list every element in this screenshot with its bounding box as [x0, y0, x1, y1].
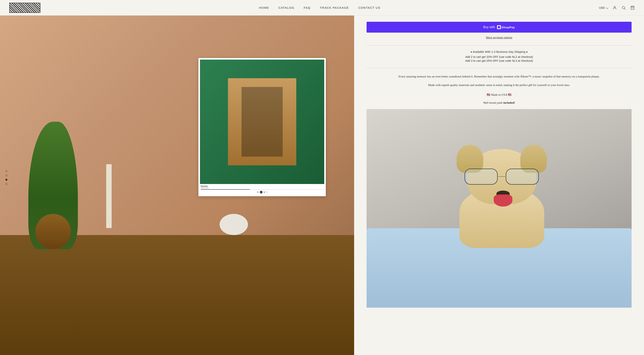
- buy-with-label: Buy with: [483, 26, 495, 29]
- nav-home[interactable]: HOME: [259, 6, 269, 9]
- shopify-pay-button[interactable]: Buy with ShopPay: [366, 22, 632, 32]
- currency-chevron-icon: [606, 6, 608, 9]
- play-button: ▶: [260, 191, 262, 194]
- description-paragraph-1: Every amazing memory has an even better …: [366, 74, 632, 79]
- gallery-image-1: Peaches Ariana Verdú ⏮ ▶ ⏭ ♥: [0, 16, 354, 355]
- shop-logo-icon: [497, 25, 501, 29]
- made-in-usa-badge: 🇺🇸 Made in USA 🇺🇸: [366, 93, 632, 96]
- dog-ear-right: [520, 145, 547, 172]
- music-card-photo: [200, 60, 324, 184]
- dog-tongue: [494, 194, 512, 206]
- nav-contact-us[interactable]: CONTACT US: [358, 6, 380, 9]
- wall-mount-included: included!: [504, 101, 515, 104]
- music-card-controls: ⏮ ▶ ⏭ ♥: [201, 190, 324, 194]
- svg-point-1: [622, 6, 625, 9]
- user-icon-button[interactable]: [612, 6, 617, 10]
- nav-track-package[interactable]: TRACK PACKAGE: [320, 6, 349, 9]
- search-icon: [622, 6, 626, 10]
- svg-point-0: [614, 6, 615, 8]
- nav-catalog[interactable]: CATALOG: [278, 6, 294, 9]
- promo-section: ♦ Available With 1-3 Business Day Shippi…: [366, 46, 632, 68]
- promo-line-2: Add 3 to cart get 25% OFF (use code NL3 …: [366, 59, 632, 62]
- search-icon-button[interactable]: [622, 6, 626, 10]
- music-card-artist: Ariana Verdú: [201, 187, 324, 188]
- dog-ear-left: [457, 145, 483, 172]
- music-card-info: Peaches Ariana Verdú ⏮ ▶ ⏭ ♥: [200, 184, 324, 195]
- promo-line-1: Add 2 to cart get 20% OFF (use code NL2 …: [366, 55, 632, 58]
- nav-faq[interactable]: FAQ: [304, 6, 310, 9]
- page-content: Peaches Ariana Verdú ⏮ ▶ ⏭ ♥: [0, 0, 644, 355]
- wall-mount-info: Wall mount pads included!: [366, 101, 632, 104]
- logo[interactable]: [9, 3, 40, 13]
- description-paragraph-2: Made with superb quality materials and a…: [366, 83, 632, 88]
- room-peaches-image: Peaches Ariana Verdú ⏮ ▶ ⏭ ♥: [0, 16, 354, 355]
- skip-forward-icon: ⏭: [264, 191, 265, 193]
- cart-icon-button[interactable]: [630, 6, 635, 10]
- indicator-dot-1[interactable]: [6, 174, 8, 176]
- product-lifestyle-image-dog: [366, 109, 632, 308]
- indicator-dot-2[interactable]: [6, 179, 8, 181]
- heart-icon: ♥: [266, 191, 267, 193]
- more-payment-options: More payment options: [366, 36, 632, 39]
- shipping-badge: ♦ Available With 1-3 Business Day Shippi…: [366, 50, 632, 54]
- main-nav: HOME CATALOG FAQ TRACK PACKAGE CONTACT U…: [259, 6, 380, 9]
- product-description: Every amazing memory has an even better …: [366, 74, 632, 88]
- skip-back-icon: ⏮: [257, 191, 258, 193]
- indicator-dot-3[interactable]: [6, 183, 8, 185]
- shop-pay-wordmark: ShopPay: [502, 26, 515, 29]
- music-card-peaches: Peaches Ariana Verdú ⏮ ▶ ⏭ ♥: [198, 58, 326, 196]
- image-gallery: Peaches Ariana Verdú ⏮ ▶ ⏭ ♥: [0, 16, 354, 355]
- cart-icon: [630, 6, 635, 10]
- shopify-pay-logo: ShopPay: [497, 25, 515, 29]
- currency-selector[interactable]: USD: [599, 6, 608, 9]
- user-icon: [612, 6, 617, 10]
- more-payment-options-link[interactable]: More payment options: [486, 36, 512, 39]
- dog-glasses: [464, 169, 539, 184]
- header-actions: USD: [599, 6, 635, 10]
- image-indicators: [6, 170, 8, 185]
- music-card-progress-bar: [201, 189, 324, 190]
- indicator-dot-0[interactable]: [6, 170, 8, 172]
- product-panel: Buy with ShopPay More payment options ♦ …: [354, 16, 644, 355]
- music-card-title: Peaches: [201, 185, 324, 187]
- site-header: HOME CATALOG FAQ TRACK PACKAGE CONTACT U…: [0, 0, 644, 16]
- music-card-progress-fill: [201, 189, 250, 190]
- svg-line-2: [624, 8, 625, 10]
